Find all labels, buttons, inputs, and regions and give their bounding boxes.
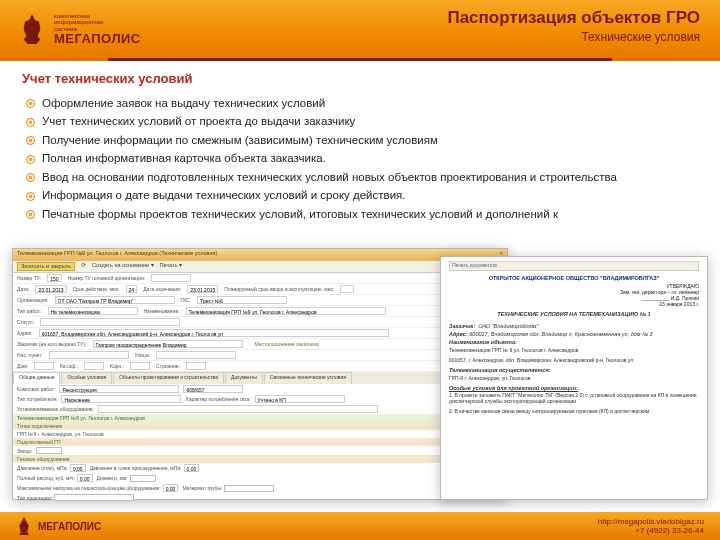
label: ГРП №9 г. Александров, ул. Геологов [17, 431, 104, 437]
worktype-field[interactable]: На телемеханизацию [48, 307, 138, 315]
list-item: Информация о дате выдачи технических усл… [22, 187, 698, 206]
korp-field[interactable] [130, 362, 150, 370]
form-toolbar: Записать и закрыть ⟳ Создать на основани… [13, 261, 507, 273]
tab-special[interactable]: Особые условия [61, 372, 112, 384]
label: Заказчик (на кого выдано ТУ): [17, 341, 87, 347]
label: Номер ТУ: [17, 275, 41, 281]
duration-field[interactable]: 24 [126, 285, 138, 293]
list-item: Получение информации по смежным (зависим… [22, 131, 698, 150]
label: Характер потребления газа: [185, 396, 250, 402]
city-field[interactable] [49, 351, 129, 359]
doc-title: ТЕХНИЧЕСКИЕ УСЛОВИЯ НА ТЕЛЕМЕХАНИЗАЦИЮ №… [449, 311, 699, 317]
complex-field[interactable]: Реконструкция [59, 385, 179, 393]
headorg-field[interactable] [151, 274, 191, 282]
label: Улица: [135, 352, 151, 358]
doc-tm-at: ГРП-9 г. Александров, ул. Геологов [449, 375, 699, 381]
code608-field[interactable]: 608/657 [183, 385, 243, 393]
label: Телемеханизация осуществляется: [449, 367, 550, 373]
label: Статус: [17, 319, 34, 325]
consumer-type-field[interactable]: Население [61, 395, 181, 403]
label: Адрес: [17, 330, 33, 336]
label: Дата: [17, 286, 29, 292]
screenshot-form: Телемеханизация ГРП №9 ул. Геологов г. А… [12, 248, 508, 500]
pressure-max-field[interactable]: 0,00 [70, 464, 86, 472]
page-subtitle: Технические условия [447, 30, 700, 44]
label: Нас. пункт: [17, 352, 43, 358]
label: Точка подключения [13, 422, 507, 430]
org-field[interactable]: ОТ ОАО "Газпром ГР Владимир" [55, 296, 175, 304]
tab-general[interactable]: Общие данные [13, 372, 60, 384]
label: Давление в точке присоединения, мПа: [90, 465, 182, 471]
label: Материал трубы: [182, 485, 222, 491]
brand-name: МЕГАПОЛИС [54, 32, 141, 45]
label: Срок действия, мес: [73, 286, 120, 292]
valve-field[interactable] [36, 447, 62, 454]
layout-type-field[interactable] [54, 494, 134, 501]
enddate-field[interactable]: 23.01.2015 [187, 285, 218, 293]
brand-block: комплексная информационная система МЕГАП… [18, 13, 141, 46]
label: Адрес: [449, 331, 468, 337]
label: ГКС: [181, 297, 192, 303]
apt-field[interactable] [84, 362, 104, 370]
label: Тип потребителя: [17, 396, 57, 402]
label: Дом: [17, 363, 28, 369]
label: Дата окончания: [143, 286, 181, 292]
form-tabs: Общие данные Особые условия Объекты прое… [13, 372, 507, 384]
refresh-button[interactable]: ⟳ [81, 262, 86, 271]
list-item: Учет технических условий от проекта до в… [22, 113, 698, 132]
list-item: Полная информативная карточка объекта за… [22, 150, 698, 169]
label: Заказчик: [449, 323, 475, 329]
street-field[interactable] [156, 351, 236, 359]
section-title: Учет технических условий [22, 71, 698, 86]
print-button[interactable]: Печать ▾ [160, 262, 183, 271]
print-toolbar: Печать документов [449, 261, 699, 271]
label: Газовое оборудование [13, 455, 507, 463]
name-field[interactable]: Телемеханизация ГРП №9 ул. Геологов г. А… [186, 307, 386, 315]
doc-item: 1. В проекте заложить ПАКТ "Мегаполис-ТМ… [449, 392, 699, 404]
building-field[interactable] [186, 362, 206, 370]
address-field[interactable]: 601657, Владимирская обл, Александровски… [39, 329, 389, 337]
flame-icon [16, 517, 32, 535]
window-titlebar: Телемеханизация ГРП №9 ул. Геологов г. А… [13, 249, 507, 261]
tab-docs[interactable]: Документы [225, 372, 263, 384]
label: Наименование: [144, 308, 180, 314]
flow-field[interactable]: 0,00 [77, 474, 93, 482]
label: Номер ТУ головной организации: [68, 275, 145, 281]
brand-subtitle: комплексная информационная система [54, 13, 141, 33]
label: Запор: [17, 448, 32, 454]
label: Корп.: [110, 363, 124, 369]
flame-icon [18, 14, 46, 44]
maxload-field[interactable]: 0,00 [163, 484, 179, 492]
label: Тип прокладки: [17, 495, 52, 501]
list-item: Печатные формы проектов технических усло… [22, 205, 698, 224]
pressure-point-field[interactable]: 0,00 [184, 464, 200, 472]
label: Телемеханизация ГРП №9 ул. Геологов г. А… [13, 414, 507, 422]
gas-type-field[interactable]: Учтено в КП [255, 395, 345, 403]
num-field[interactable]: 150 [47, 274, 61, 282]
label: Максимальная нагрузка на газоиспользующе… [17, 485, 161, 491]
screenshot-print-doc: Печать документов ОТКРЫТОЕ АКЦИОНЕРНОЕ О… [440, 256, 708, 500]
footer-phone: +7 (4922) 33-26-44 [598, 526, 704, 535]
diameter-field[interactable] [130, 475, 156, 482]
status-field[interactable] [40, 318, 180, 326]
tab-objects[interactable]: Объекты проектирования и строительства [113, 372, 224, 384]
material-field[interactable] [224, 485, 274, 492]
equipment-field[interactable] [98, 405, 378, 413]
label: Диаметр, мм: [97, 475, 128, 481]
label: Организация: [17, 297, 49, 303]
house-field[interactable] [34, 362, 54, 370]
list-item: Оформление заявок на выдачу технических … [22, 94, 698, 113]
date-field[interactable]: 23.01.2013 [35, 285, 66, 293]
customer-field[interactable]: Газпром газораспределение Владимир [93, 340, 243, 348]
plan-field[interactable] [340, 285, 354, 293]
doc-approve-date: 23 января 2013 г. [449, 301, 699, 307]
label: Планируемый срок ввода в эксплуатацию, м… [224, 286, 334, 292]
window-title: Телемеханизация ГРП №9 ул. Геологов г. А… [17, 250, 217, 260]
create-from-button[interactable]: Создать на основании ▾ [92, 262, 154, 271]
label: Комплекс работ: [17, 386, 55, 392]
tab-related[interactable]: Связанные технические условия [264, 372, 352, 384]
doc-object-addr: 601657, г. Александров, обл. Владимирска… [449, 357, 699, 363]
save-close-button[interactable]: Записать и закрыть [17, 262, 75, 271]
footer: МЕГАПОЛИС http://megapolis.vladoblgaz.ru… [0, 512, 720, 540]
gks-field[interactable]: Трест №6 [197, 296, 287, 304]
